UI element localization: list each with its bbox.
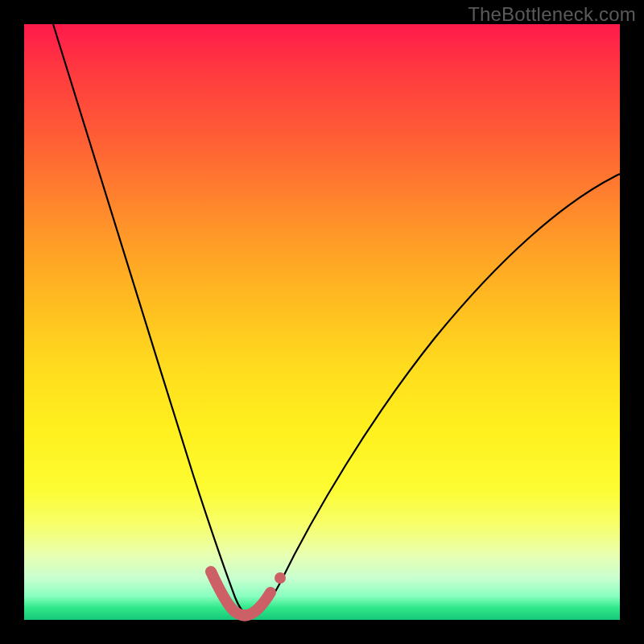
curve-layer	[24, 24, 620, 620]
watermark-text: TheBottleneck.com	[468, 3, 636, 26]
plot-area	[24, 24, 620, 620]
valley-highlight	[211, 572, 270, 616]
bottleneck-curve	[53, 24, 620, 617]
valley-end-dot	[275, 572, 286, 584]
chart-frame: TheBottleneck.com	[0, 0, 644, 644]
